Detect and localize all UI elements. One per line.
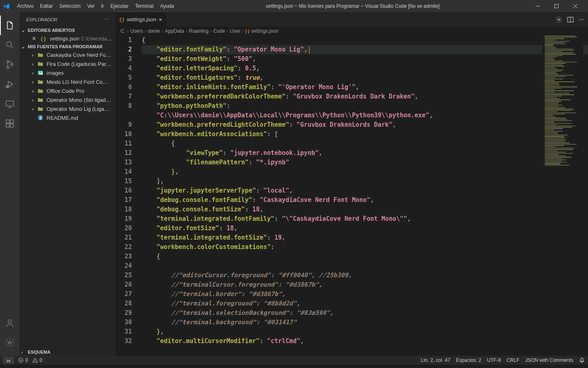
sidebar-title: EXPLORADOR	[26, 17, 57, 22]
svg-point-12	[9, 341, 11, 344]
window-title: settings.json ~ Mis fuentes para Program…	[177, 3, 528, 9]
folder-item[interactable]: ›Office Code Pro	[20, 86, 116, 95]
tab-bar: {·} settings.json × ⋯	[116, 12, 588, 27]
menu-seleccion[interactable]: Selección	[56, 0, 84, 12]
json-file-icon: {·}	[41, 36, 47, 42]
source-control-icon[interactable]	[0, 55, 20, 74]
maximize-button[interactable]	[547, 0, 566, 12]
svg-rect-0	[555, 4, 559, 8]
outline-header[interactable]: › ESQUEMA	[20, 348, 116, 356]
svg-text:i: i	[40, 116, 41, 120]
folder-item[interactable]: ›Caskaydia Cove Nerd Font (Li...	[20, 50, 116, 59]
menu-ver[interactable]: Ver	[84, 0, 98, 12]
chevron-right-icon: ›	[32, 52, 38, 58]
svg-rect-6	[6, 101, 13, 106]
file-readme[interactable]: i README.md	[20, 113, 116, 122]
encoding[interactable]: UTF-8	[487, 357, 501, 363]
folder-item[interactable]: ›Operator Mono (Sin ligaduras)	[20, 95, 116, 104]
folder-item[interactable]: ›Operator Mono Lig (Ligadura...	[20, 104, 116, 113]
menu-archivo[interactable]: Archivo	[14, 0, 37, 12]
menu-ayuda[interactable]: Ayuda	[157, 0, 177, 12]
cursor-position[interactable]: Lín. 2, col. 47	[421, 357, 450, 363]
info-circle-icon: i	[38, 115, 44, 121]
accounts-icon[interactable]	[0, 313, 20, 333]
menu-editar[interactable]: Editar	[37, 0, 56, 12]
image-folder-icon	[38, 70, 44, 76]
tab-settings-json[interactable]: {·} settings.json ×	[116, 12, 167, 27]
svg-rect-7	[6, 120, 9, 123]
more-actions-icon[interactable]: ⋯	[579, 16, 584, 22]
svg-point-11	[8, 320, 11, 323]
menu-ejecutar[interactable]: Ejecutar	[107, 0, 132, 12]
sidebar-explorer: EXPLORADOR ⋯ ⌄ EDITORES ABIERTOS ✕ {·} s…	[20, 12, 116, 356]
svg-point-3	[7, 67, 9, 69]
folder-icon	[38, 106, 44, 112]
svg-rect-9	[10, 124, 13, 127]
svg-point-4	[11, 64, 13, 66]
folder-icon	[38, 97, 44, 103]
folder-icon	[38, 79, 44, 85]
open-editors-header[interactable]: ⌄ EDITORES ABIERTOS	[20, 27, 116, 34]
search-icon[interactable]	[0, 35, 20, 55]
folder-icon	[38, 88, 44, 94]
svg-point-1	[7, 42, 11, 47]
close-icon[interactable]: ✕	[32, 36, 38, 42]
tab-close-icon[interactable]: ×	[159, 16, 162, 23]
chevron-right-icon: ›	[32, 79, 38, 85]
indentation[interactable]: Espacios: 2	[456, 357, 481, 363]
svg-point-14	[39, 72, 40, 73]
open-editor-item[interactable]: ✕ {·} settings.jsonC:\Users\danie\...	[20, 34, 116, 43]
chevron-right-icon: ›	[32, 70, 38, 76]
folder-icon	[38, 61, 44, 67]
main-menu: Archivo Editar Selección Ver Ir Ejecutar…	[14, 0, 177, 12]
eol[interactable]: CRLF	[507, 357, 519, 363]
minimize-button[interactable]	[528, 0, 547, 12]
settings-gear-icon[interactable]	[0, 333, 20, 352]
problems-warnings[interactable]: 0	[32, 357, 42, 363]
remote-indicator[interactable]	[3, 357, 14, 364]
folder-item[interactable]: ›images	[20, 68, 116, 77]
menu-ir[interactable]: Ir	[98, 0, 107, 12]
folder-item[interactable]: ›Meslo LG Nerd Font Complet...	[20, 77, 116, 86]
status-bar: 0 0 Lín. 2, col. 47 Espacios: 2 UTF-8 CR…	[0, 356, 588, 365]
json-file-icon: {·}	[120, 17, 124, 22]
split-editor-icon[interactable]	[567, 16, 574, 23]
svg-point-2	[7, 61, 9, 63]
breadcrumb[interactable]: C:› Users› danie› AppData› Roaming› Code…	[116, 27, 588, 36]
editor-area: {·} settings.json × ⋯ C:› Users› danie› …	[116, 12, 588, 356]
menu-terminal[interactable]: Terminal	[132, 0, 157, 12]
problems-errors[interactable]: 0	[18, 357, 28, 363]
chevron-right-icon: ›	[32, 88, 38, 94]
folder-item[interactable]: ›Fira Code (Ligaduras Para VS ...	[20, 59, 116, 68]
vscode-logo-icon	[3, 3, 10, 9]
extensions-icon[interactable]	[0, 114, 20, 133]
activity-bar	[0, 12, 20, 356]
project-header[interactable]: ⌄ MIS FUENTES PARA PROGRAMAR	[20, 43, 116, 50]
chevron-right-icon: ›	[32, 106, 38, 112]
chevron-down-icon: ⌄	[21, 28, 25, 33]
chevron-right-icon: ›	[32, 97, 38, 103]
svg-rect-8	[6, 124, 9, 127]
debug-icon[interactable]	[0, 74, 20, 94]
chevron-right-icon: ›	[32, 61, 38, 67]
titlebar: Archivo Editar Selección Ver Ir Ejecutar…	[0, 0, 588, 12]
remote-icon[interactable]	[0, 94, 20, 114]
settings-open-icon[interactable]	[556, 16, 562, 23]
chevron-right-icon: ›	[21, 350, 23, 355]
window-controls	[528, 0, 585, 12]
explorer-icon[interactable]	[0, 16, 20, 35]
notifications-bell-icon[interactable]	[579, 357, 585, 363]
language-mode[interactable]: JSON with Comments	[525, 357, 573, 363]
folder-icon	[38, 52, 44, 58]
code-editor[interactable]: 1234567891011121314151617181920212223242…	[116, 36, 588, 356]
svg-rect-10	[10, 120, 13, 123]
svg-point-17	[558, 19, 560, 20]
chevron-down-icon: ⌄	[21, 44, 25, 49]
more-icon[interactable]: ⋯	[105, 17, 109, 22]
close-button[interactable]	[566, 0, 585, 12]
minimap[interactable]	[542, 36, 583, 356]
